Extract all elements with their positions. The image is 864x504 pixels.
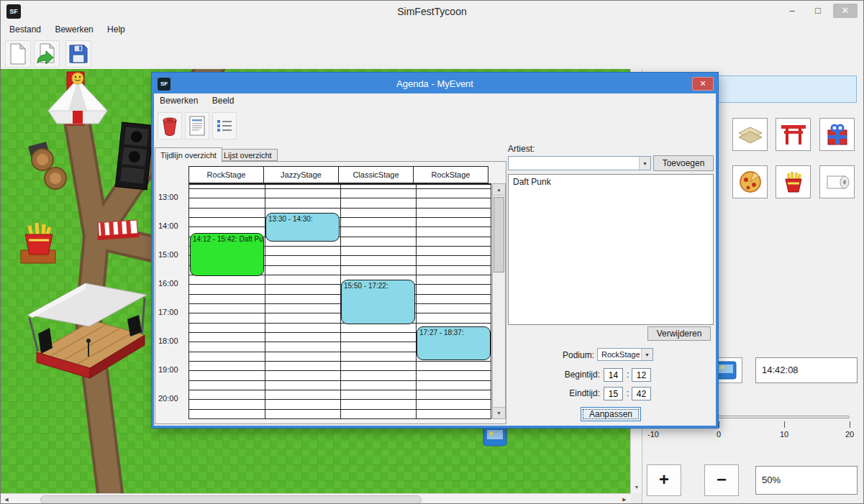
striped-stand[interactable] xyxy=(96,220,140,240)
timeline-event[interactable]: 13:30 - 14:30: xyxy=(265,213,340,242)
menu-bestand[interactable]: Bestand xyxy=(4,22,47,37)
time-label: 17:00 xyxy=(158,308,178,316)
window-titlebar[interactable]: SF SimFestTycoon – □ ✕ xyxy=(1,1,863,22)
shop-item-toilet-paper[interactable] xyxy=(819,165,855,198)
time-label: 16:00 xyxy=(158,279,178,288)
image-icon xyxy=(715,361,737,380)
timeline-event[interactable]: 17:27 - 18:37: xyxy=(417,326,491,360)
add-artist-button[interactable]: Toevoegen xyxy=(653,155,714,171)
shop-item-gift[interactable] xyxy=(819,118,855,151)
timeline-event[interactable]: 15:50 - 17:22: xyxy=(341,280,415,324)
artist-list-item[interactable]: Daft Punk xyxy=(509,175,713,189)
main-toolbar xyxy=(1,38,863,69)
time-label: 13:00 xyxy=(158,193,178,201)
timeline-scroll-thumb[interactable] xyxy=(494,197,504,272)
dialog-menu-beeld[interactable]: Beeld xyxy=(206,93,240,108)
end-hour-input[interactable] xyxy=(604,387,623,400)
dialog-menu-bar: Bewerken Beeld xyxy=(154,93,716,108)
zoom-out-button[interactable]: − xyxy=(704,464,739,496)
slider-tick-label: 0 xyxy=(708,430,729,439)
time-separator: : xyxy=(627,388,629,398)
toilet-paper-icon xyxy=(823,169,852,195)
overview-tool-button[interactable] xyxy=(185,112,209,139)
scroll-left-icon[interactable]: ◀ xyxy=(1,494,12,504)
zoom-in-button[interactable]: + xyxy=(647,464,681,496)
timeline-event-label: 13:30 - 14:30: xyxy=(266,214,339,224)
shop-item-fries[interactable] xyxy=(776,165,811,198)
fries-icon xyxy=(780,169,807,195)
timeline-grid[interactable]: 14:12 - 15:42: Daft Punk13:30 - 14:30:15… xyxy=(188,183,491,419)
open-file-button[interactable] xyxy=(34,40,60,68)
timeline-scroll-up-icon[interactable]: ▲ xyxy=(493,184,505,196)
menu-help[interactable]: Help xyxy=(101,22,131,37)
begin-hour-input[interactable] xyxy=(604,368,623,382)
timeline-panel: 13:0014:0015:0016:0017:0018:0019:0020:00… xyxy=(155,161,506,424)
time-label: 20:00 xyxy=(158,394,178,403)
torii-gate-icon xyxy=(780,122,807,147)
window-title: SimFestTycoon xyxy=(1,1,863,22)
maximize-button[interactable]: □ xyxy=(807,4,829,18)
end-time-label: Eindtijd: xyxy=(540,388,600,398)
artist-select-value xyxy=(512,157,637,170)
dialog-close-button[interactable]: ✕ xyxy=(692,77,714,91)
time-label: 14:00 xyxy=(158,221,178,230)
stage-column-header: JazzyStage xyxy=(263,166,339,183)
dialog-menu-bewerken[interactable]: Bewerken xyxy=(154,93,204,108)
shop-item-pizza[interactable] xyxy=(732,165,768,198)
dialog-titlebar[interactable]: SF Agenda - MyEvent ✕ xyxy=(154,75,716,93)
artist-select[interactable]: ▾ xyxy=(508,156,651,170)
shop-item-torii-gate[interactable] xyxy=(776,118,811,151)
report-icon xyxy=(189,116,205,136)
new-file-button[interactable] xyxy=(5,40,31,68)
tab-tijdlijn-overzicht[interactable]: Tijdlijn overzicht xyxy=(155,147,222,162)
slider-tick xyxy=(784,421,785,428)
scroll-right-icon[interactable]: ▶ xyxy=(619,494,630,504)
speaker-tower[interactable] xyxy=(115,122,153,190)
shop-item-floor-tile[interactable] xyxy=(732,118,768,151)
close-button[interactable]: ✕ xyxy=(833,4,858,18)
time-label: 15:00 xyxy=(158,250,178,259)
floor-tile-icon xyxy=(736,122,765,147)
chevron-down-icon[interactable]: ▾ xyxy=(641,349,652,360)
zoom-level-field[interactable]: 50% xyxy=(755,466,858,495)
remove-tool-button[interactable] xyxy=(158,112,182,139)
list-tool-button[interactable] xyxy=(212,112,237,139)
map-horizontal-scrollbar[interactable]: ◀ ▶ xyxy=(1,493,630,504)
podium-select-value: RockStage xyxy=(601,349,640,360)
timeline-header-row: RockStageJazzyStageClassicStageRockStage xyxy=(188,166,488,183)
chevron-down-icon[interactable]: ▾ xyxy=(639,157,650,170)
end-minute-input[interactable] xyxy=(632,387,651,400)
column-divider xyxy=(416,184,417,418)
clock-display: 14:42:08 xyxy=(755,357,858,383)
artist-list[interactable]: Daft Punk xyxy=(508,174,714,325)
stage-column-header: RockStage xyxy=(413,166,488,183)
gift-icon xyxy=(824,122,851,147)
open-file-icon xyxy=(36,43,58,65)
pizza-icon xyxy=(737,169,764,195)
slider-tick xyxy=(850,421,850,428)
scrollbar-corner xyxy=(630,493,642,504)
time-label: 19:00 xyxy=(158,365,178,374)
timeline-scrollbar[interactable]: ▲ ▼ xyxy=(492,183,506,419)
menu-bewerken[interactable]: Bewerken xyxy=(49,22,99,37)
dialog-toolbar xyxy=(154,108,716,144)
remove-artist-button[interactable]: Verwijderen xyxy=(647,326,711,341)
map-hscroll-thumb[interactable] xyxy=(40,495,422,504)
dialog-title: Agenda - MyEvent xyxy=(154,75,716,93)
timeline-event-label: 17:27 - 18:37: xyxy=(417,327,490,338)
podium-select[interactable]: RockStage ▾ xyxy=(597,348,653,361)
timeline-event[interactable]: 14:12 - 15:42: Daft Punk xyxy=(190,233,264,276)
timeline-scroll-down-icon[interactable]: ▼ xyxy=(493,407,505,418)
list-icon xyxy=(216,118,233,134)
apply-button[interactable]: Aanpassen xyxy=(581,407,641,421)
minimize-button[interactable]: – xyxy=(781,4,803,18)
scroll-down-icon[interactable]: ▼ xyxy=(631,482,642,493)
podium-label: Podium: xyxy=(542,350,594,360)
map-photo-icon[interactable] xyxy=(483,426,506,446)
begin-minute-input[interactable] xyxy=(632,368,651,382)
save-file-button[interactable] xyxy=(65,40,91,68)
dialog-body: Bewerken Beeld xyxy=(154,93,716,426)
slider-tick xyxy=(719,421,719,428)
slider-tick-label: -10 xyxy=(642,430,664,439)
tab-lijst-overzicht[interactable]: Lijst overzicht xyxy=(218,149,278,161)
